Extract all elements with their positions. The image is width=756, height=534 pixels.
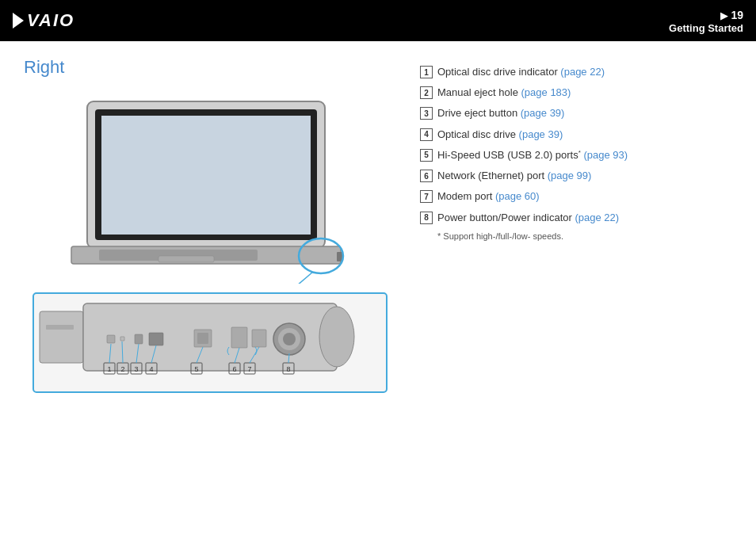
bottom-strip: 1 2 3 4 5 6 7 bbox=[32, 292, 388, 395]
item-text-2: Manual eject hole (page 183) bbox=[437, 86, 732, 100]
link-7[interactable]: (page 60) bbox=[495, 190, 540, 202]
svg-text:2: 2 bbox=[120, 365, 124, 373]
item-num-3: 3 bbox=[420, 107, 433, 120]
laptop-illustration bbox=[40, 93, 372, 284]
item-num-1: 1 bbox=[420, 66, 433, 78]
item-num-5: 5 bbox=[420, 149, 433, 162]
header: VAIO ▶ 19 Getting Started bbox=[0, 0, 756, 41]
logo: VAIO bbox=[13, 10, 74, 31]
section-title: Right bbox=[24, 57, 404, 78]
laptop-svg bbox=[40, 93, 372, 284]
main-content: Right bbox=[0, 41, 756, 534]
header-right: ▶ 19 Getting Started bbox=[669, 8, 743, 34]
svg-rect-15 bbox=[135, 334, 143, 344]
right-panel: 1 Optical disc drive indicator (page 22)… bbox=[404, 57, 732, 526]
list-item: 3 Drive eject button (page 39) bbox=[420, 106, 732, 120]
list-item: 5 Hi-Speed USB (USB 2.0) ports* (page 93… bbox=[420, 148, 732, 163]
svg-rect-5 bbox=[158, 256, 214, 262]
svg-point-23 bbox=[283, 333, 296, 345]
item-text-4: Optical disc drive (page 39) bbox=[437, 128, 732, 142]
svg-line-8 bbox=[285, 272, 313, 284]
list-item: 8 Power button/Power indicator (page 22) bbox=[420, 211, 732, 225]
left-panel: Right bbox=[24, 57, 404, 526]
svg-rect-2 bbox=[101, 116, 311, 235]
logo-arrow-icon bbox=[13, 13, 24, 29]
link-6[interactable]: (page 99) bbox=[548, 170, 592, 181]
svg-text:8: 8 bbox=[286, 365, 290, 373]
vaio-logo: VAIO bbox=[27, 10, 74, 31]
page-arrow-icon: ▶ bbox=[720, 10, 731, 21]
link-8[interactable]: (page 22) bbox=[575, 212, 619, 223]
list-item: 4 Optical disc drive (page 39) bbox=[420, 128, 732, 142]
svg-rect-16 bbox=[149, 333, 163, 345]
page-number: ▶ 19 bbox=[669, 8, 743, 22]
link-4[interactable]: (page 39) bbox=[519, 128, 563, 140]
svg-text:1: 1 bbox=[107, 365, 111, 373]
item-text-1: Optical disc drive indicator (page 22) bbox=[437, 65, 732, 79]
link-3[interactable]: (page 39) bbox=[521, 107, 565, 119]
item-text-7: Modem port (page 60) bbox=[437, 189, 732, 204]
item-num-7: 7 bbox=[420, 190, 433, 203]
item-list: 1 Optical disc drive indicator (page 22)… bbox=[420, 65, 732, 225]
item-text-6: Network (Ethernet) port (page 99) bbox=[437, 169, 732, 183]
svg-rect-13 bbox=[107, 335, 115, 343]
list-item: 6 Network (Ethernet) port (page 99) bbox=[420, 169, 732, 183]
item-text-8: Power button/Power indicator (page 22) bbox=[437, 211, 732, 225]
svg-text:5: 5 bbox=[194, 365, 198, 373]
item-num-4: 4 bbox=[420, 128, 433, 141]
link-5[interactable]: (page 93) bbox=[583, 149, 628, 161]
item-num-6: 6 bbox=[420, 170, 433, 182]
svg-rect-19 bbox=[231, 327, 247, 348]
svg-text:4: 4 bbox=[149, 365, 153, 373]
svg-rect-14 bbox=[120, 337, 124, 341]
svg-text:6: 6 bbox=[232, 365, 236, 373]
svg-text:3: 3 bbox=[134, 365, 138, 373]
svg-rect-20 bbox=[252, 330, 266, 347]
svg-text:7: 7 bbox=[247, 365, 251, 373]
item-text-3: Drive eject button (page 39) bbox=[437, 106, 732, 120]
item-num-2: 2 bbox=[420, 86, 433, 99]
svg-point-24 bbox=[319, 307, 354, 367]
section-label: Getting Started bbox=[669, 22, 743, 34]
footnote: * Support high-/full-/low- speeds. bbox=[437, 231, 732, 241]
list-item: 1 Optical disc drive indicator (page 22) bbox=[420, 65, 732, 79]
item-text-5: Hi-Speed USB (USB 2.0) ports* (page 93) bbox=[437, 148, 732, 163]
svg-rect-11 bbox=[46, 325, 74, 330]
bottom-strip-svg: 1 2 3 4 5 6 7 bbox=[32, 292, 388, 395]
svg-rect-18 bbox=[197, 333, 208, 344]
list-item: 7 Modem port (page 60) bbox=[420, 189, 732, 204]
link-1[interactable]: (page 22) bbox=[560, 66, 605, 78]
link-2[interactable]: (page 183) bbox=[521, 86, 571, 98]
list-item: 2 Manual eject hole (page 183) bbox=[420, 86, 732, 100]
svg-rect-10 bbox=[40, 311, 83, 363]
item-num-8: 8 bbox=[420, 212, 433, 224]
